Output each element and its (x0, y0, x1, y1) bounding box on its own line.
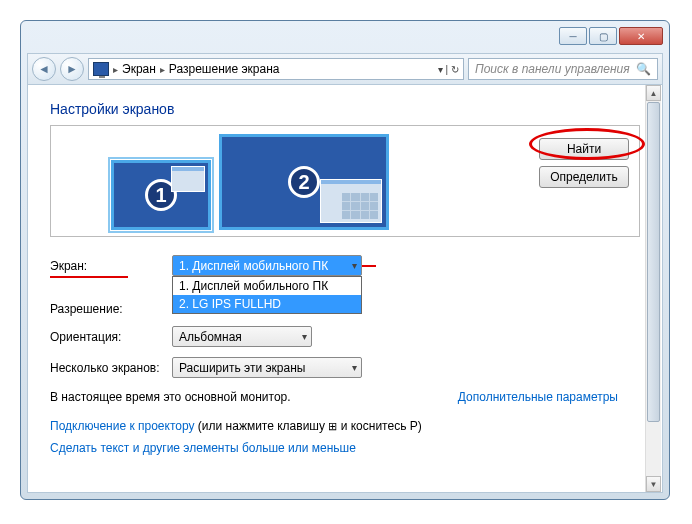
search-icon: 🔍 (636, 62, 651, 76)
breadcrumb-item[interactable]: Экран (122, 62, 156, 76)
monitor-thumbnail-2[interactable]: 2 (219, 134, 389, 230)
resolution-label: Разрешение: (50, 302, 172, 316)
screen-option[interactable]: 2. LG IPS FULLHD (173, 295, 361, 313)
main-monitor-text: В настоящее время это основной монитор. (50, 390, 291, 404)
titlebar: ─ ▢ ✕ (27, 27, 663, 49)
address-bar[interactable]: ▸ Экран ▸ Разрешение экрана ▾ | ↻ (88, 58, 464, 80)
breadcrumb-item[interactable]: Разрешение экрана (169, 62, 280, 76)
search-input[interactable]: Поиск в панели управления 🔍 (468, 58, 658, 80)
text-size-link[interactable]: Сделать текст и другие элементы больше и… (50, 441, 356, 455)
monitor-number: 2 (288, 166, 320, 198)
monitor-thumbnail-1[interactable]: 1 (111, 160, 211, 230)
windows-key-icon: ⊞ (328, 420, 337, 432)
orientation-label: Ориентация: (50, 330, 172, 344)
main-monitor-row: В настоящее время это основной монитор. … (50, 390, 640, 404)
projector-link[interactable]: Подключение к проектору (50, 419, 195, 433)
advanced-link[interactable]: Дополнительные параметры (458, 390, 618, 404)
multiple-row: Несколько экранов: Расширить эти экраны (50, 357, 640, 378)
orientation-value: Альбомная (179, 330, 242, 344)
screen-dropdown-list: 1. Дисплей мобильного ПК 2. LG IPS FULLH… (172, 276, 362, 314)
navbar: ◄ ► ▸ Экран ▸ Разрешение экрана ▾ | ↻ По… (27, 53, 663, 85)
bottom-links: Подключение к проектору (или нажмите кла… (50, 416, 640, 459)
search-placeholder: Поиск в панели управления (475, 62, 630, 76)
scrollbar[interactable]: ▲ ▼ (645, 85, 661, 492)
multiple-label: Несколько экранов: (50, 361, 172, 375)
multiple-dropdown[interactable]: Расширить эти экраны (172, 357, 362, 378)
screen-row: Экран: 1. Дисплей мобильного ПК 1. Диспл… (50, 255, 640, 276)
page-title: Настройки экранов (50, 101, 640, 117)
window-frame: ─ ▢ ✕ ◄ ► ▸ Экран ▸ Разрешение экрана ▾ … (20, 20, 670, 500)
maximize-button[interactable]: ▢ (589, 27, 617, 45)
refresh-button[interactable]: ▾ | ↻ (438, 64, 459, 75)
monitor-icon (93, 62, 109, 76)
find-button[interactable]: Найти (539, 138, 629, 160)
identify-button[interactable]: Определить (539, 166, 629, 188)
orientation-row: Ориентация: Альбомная (50, 326, 640, 347)
scroll-down-button[interactable]: ▼ (646, 476, 661, 492)
screen-selected-value: 1. Дисплей мобильного ПК (179, 259, 328, 273)
scroll-up-button[interactable]: ▲ (646, 85, 661, 101)
screen-dropdown[interactable]: 1. Дисплей мобильного ПК (172, 255, 362, 276)
annotation-underline (362, 265, 376, 267)
orientation-dropdown[interactable]: Альбомная (172, 326, 312, 347)
annotation-underline (50, 276, 128, 278)
screen-label: Экран: (50, 259, 172, 273)
content-area: Настройки экранов 1 2 Найт (27, 85, 663, 493)
screen-option[interactable]: 1. Дисплей мобильного ПК (173, 277, 361, 295)
forward-button[interactable]: ► (60, 57, 84, 81)
scroll-thumb[interactable] (647, 102, 660, 422)
multiple-value: Расширить эти экраны (179, 361, 305, 375)
minimize-button[interactable]: ─ (559, 27, 587, 45)
projector-hint: и коснитесь P) (341, 419, 422, 433)
close-button[interactable]: ✕ (619, 27, 663, 45)
display-preview: 1 2 Найти Определить (50, 125, 640, 237)
projector-hint: (или нажмите клавишу (198, 419, 329, 433)
back-button[interactable]: ◄ (32, 57, 56, 81)
